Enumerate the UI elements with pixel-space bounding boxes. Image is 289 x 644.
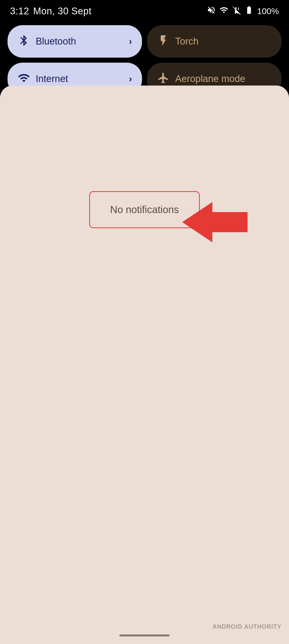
bluetooth-icon bbox=[18, 34, 30, 49]
watermark: ANDROID AUTHORITY bbox=[212, 623, 281, 630]
aeroplane-icon bbox=[157, 72, 170, 86]
signal-icon bbox=[232, 6, 241, 17]
bluetooth-chevron: › bbox=[129, 36, 132, 47]
battery-percentage: 100% bbox=[257, 6, 279, 16]
bluetooth-label: Bluetooth bbox=[36, 36, 123, 47]
status-date: Mon, 30 Sept bbox=[33, 6, 91, 17]
internet-label: Internet bbox=[36, 73, 123, 84]
torch-icon bbox=[157, 34, 170, 49]
notification-area: No notifications bbox=[0, 86, 289, 644]
svg-marker-0 bbox=[182, 202, 248, 242]
mute-icon bbox=[207, 6, 216, 17]
bluetooth-tile[interactable]: Bluetooth › bbox=[8, 25, 142, 58]
wifi-icon bbox=[219, 6, 228, 17]
status-bar: 3:12 Mon, 30 Sept 100% bbox=[0, 0, 289, 20]
quick-settings-grid: Bluetooth › Torch Internet › bbox=[8, 25, 281, 95]
torch-label: Torch bbox=[175, 36, 271, 47]
battery-icon bbox=[245, 6, 254, 17]
bottom-nav-bar bbox=[119, 634, 170, 636]
red-arrow bbox=[182, 197, 248, 248]
status-time: 3:12 bbox=[10, 6, 29, 17]
aeroplane-label: Aeroplane mode bbox=[175, 73, 271, 84]
status-icons: 100% bbox=[207, 6, 279, 17]
internet-icon bbox=[18, 72, 30, 86]
internet-chevron: › bbox=[129, 74, 132, 84]
no-notifications-text: No notifications bbox=[110, 204, 179, 215]
torch-tile[interactable]: Torch bbox=[147, 25, 281, 58]
